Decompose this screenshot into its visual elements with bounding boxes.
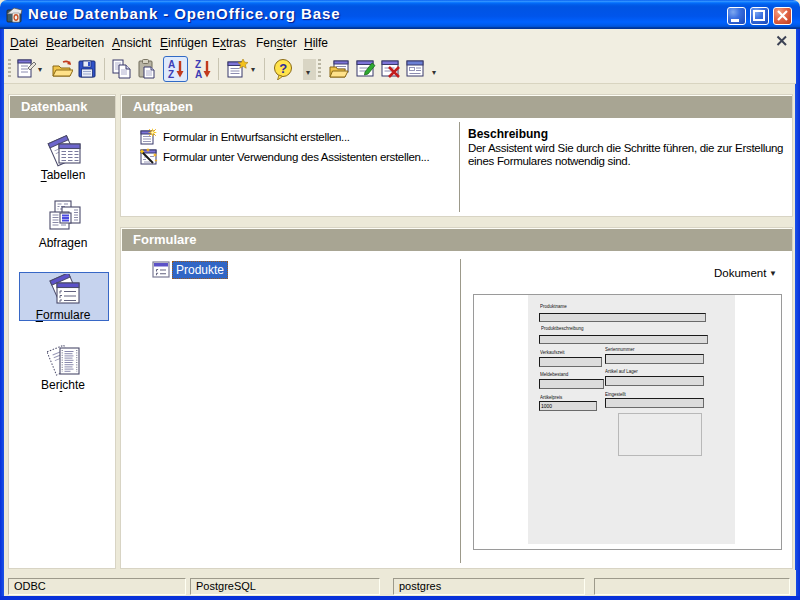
- svg-text:A: A: [195, 69, 202, 80]
- svg-text:Z: Z: [168, 69, 174, 80]
- svg-text:?: ?: [279, 61, 287, 76]
